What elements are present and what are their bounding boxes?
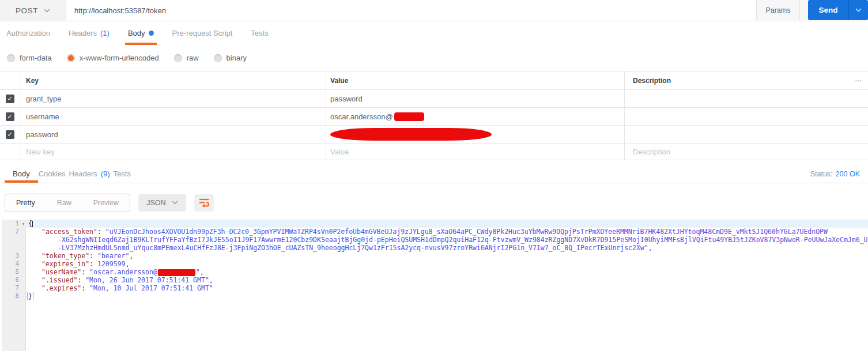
body-filled-dot — [149, 31, 154, 36]
code-line-2: 2 "access_token": "uVJEonDcJhoos4XOVOU1d… — [0, 228, 868, 236]
word-wrap-button[interactable] — [194, 194, 214, 212]
key-cell[interactable]: password — [20, 126, 326, 143]
more-options-icon[interactable]: ⋯ — [855, 77, 862, 85]
table-header-row: Key Value Description ⋯ — [0, 71, 868, 90]
tab-headers[interactable]: Headers(1) — [67, 21, 111, 45]
response-tab-tests[interactable]: Tests — [112, 165, 133, 183]
new-value-input[interactable]: Value — [326, 144, 625, 160]
row-checkbox[interactable]: ✓ — [6, 130, 14, 139]
text-cursor — [32, 221, 33, 227]
response-tab-body[interactable]: Body — [6, 165, 37, 183]
code-line-1: 1▾ { — [0, 220, 868, 228]
value-column-header: Value — [326, 71, 625, 89]
code-line-8: 8 } — [0, 292, 868, 300]
new-description-input[interactable]: Description — [625, 144, 868, 160]
collapse-arrow-icon[interactable]: ▾ — [22, 220, 25, 228]
key-column-header: Key — [20, 71, 326, 89]
body-mode-row: form-data x-www-form-urlencoded raw bina… — [0, 45, 868, 71]
language-select[interactable]: JSON — [138, 194, 186, 212]
row-checkbox[interactable]: ✓ — [6, 95, 14, 103]
code-line-4: 4 "expires_in": 1209599, — [0, 260, 868, 268]
request-url-bar: POST Params Send — [0, 0, 868, 21]
code-line-2-wrap: -LV37MzhzHmdUL5nmd_uYquc8mPEmexL4uCHfFzJ… — [0, 244, 868, 252]
chevron-down-icon — [172, 201, 178, 205]
status-label: Status: — [810, 170, 833, 178]
table-row: ✓ grant_type password — [0, 90, 868, 108]
method-select[interactable]: POST — [0, 0, 66, 21]
row-checkbox[interactable]: ✓ — [6, 112, 14, 121]
key-cell[interactable]: username — [20, 108, 326, 125]
view-raw-button[interactable]: Raw — [46, 199, 82, 207]
response-tab-cookies[interactable]: Cookies — [37, 165, 67, 183]
response-tab-headers[interactable]: Headers(9) — [67, 165, 112, 183]
description-cell[interactable] — [625, 108, 868, 125]
tab-pre-request-script[interactable]: Pre-request Script — [171, 21, 235, 45]
description-column-header: Description ⋯ — [625, 71, 868, 89]
request-tabs: Authorization Headers(1) Body Pre-reques… — [0, 21, 868, 45]
radio-icon — [7, 54, 15, 62]
tab-authorization[interactable]: Authorization — [5, 21, 52, 45]
radio-form-data[interactable]: form-data — [7, 54, 52, 62]
new-param-row: New key Value Description — [0, 144, 868, 160]
description-cell[interactable] — [625, 126, 868, 143]
headers-count: (1) — [100, 29, 110, 37]
value-cell[interactable]: oscar.andersson@ — [326, 108, 625, 125]
chevron-down-icon — [855, 8, 862, 12]
urlencoded-params-table: Key Value Description ⋯ ✓ grant_type pas… — [0, 71, 868, 160]
code-line-7: 7 ".expires": "Mon, 10 Jul 2017 07:51:41… — [0, 284, 868, 292]
view-mode-group: Pretty Raw Preview — [5, 194, 130, 212]
send-button[interactable]: Send — [808, 0, 868, 20]
redaction-mark — [394, 112, 424, 121]
tab-tests[interactable]: Tests — [249, 21, 270, 45]
status-badge: Status: 200 OK — [810, 165, 860, 183]
response-toolbar: Pretty Raw Preview JSON — [0, 183, 868, 214]
code-line-5: 5 "userName": "oscar.andersson@", — [0, 268, 868, 276]
language-label: JSON — [146, 199, 165, 207]
view-pretty-button[interactable]: Pretty — [5, 199, 46, 207]
url-input[interactable] — [66, 0, 756, 21]
radio-icon — [214, 54, 222, 62]
chevron-down-icon — [44, 9, 50, 13]
key-cell[interactable]: grant_type — [20, 90, 326, 107]
radio-binary[interactable]: binary — [214, 54, 247, 62]
radio-icon — [174, 54, 182, 62]
response-body-viewer: 1▾ { 2 "access_token": "uVJEonDcJhoos4XO… — [0, 220, 868, 351]
params-button[interactable]: Params — [756, 0, 800, 21]
send-options-button[interactable] — [848, 0, 868, 20]
radio-raw[interactable]: raw — [174, 54, 199, 62]
status-value[interactable]: 200 OK — [836, 170, 860, 178]
redaction-mark — [330, 128, 492, 141]
send-label[interactable]: Send — [808, 0, 848, 20]
code-line-2-wrap: -XG2shgWNIIeqd6Zaj1B9KLTrufYFFaYfBzI7JkJ… — [0, 236, 868, 244]
view-preview-button[interactable]: Preview — [82, 199, 130, 207]
value-cell[interactable]: password — [326, 90, 625, 107]
redaction-mark — [158, 269, 195, 276]
code-line-6: 6 ".issued": "Mon, 26 Jun 2017 07:51:41 … — [0, 276, 868, 284]
word-wrap-icon — [199, 198, 209, 207]
value-cell[interactable] — [326, 126, 625, 143]
description-cell[interactable] — [625, 90, 868, 107]
response-headers-count: (9) — [101, 169, 110, 178]
response-tabs: Body Cookies Headers(9) Tests Status: 20… — [0, 165, 868, 183]
method-label: POST — [16, 6, 38, 15]
radio-x-www-form-urlencoded[interactable]: x-www-form-urlencoded — [67, 54, 159, 62]
code-line-3: 3 "token_type": "bearer", — [0, 252, 868, 260]
table-row: ✓ username oscar.andersson@ — [0, 108, 868, 126]
radio-selected-icon — [67, 54, 75, 62]
new-key-input[interactable]: New key — [20, 144, 326, 160]
table-row: ✓ password — [0, 126, 868, 144]
tab-body[interactable]: Body — [126, 21, 156, 45]
